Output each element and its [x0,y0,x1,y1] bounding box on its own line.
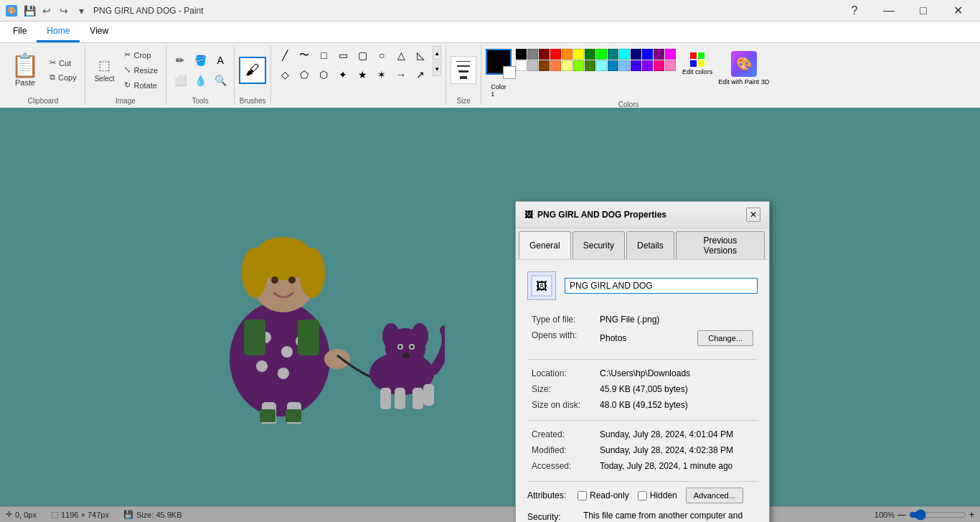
copy-button[interactable]: ⧉ Copy [46,70,80,84]
tab-security[interactable]: Security [573,231,625,259]
tab-general[interactable]: General [519,231,571,259]
help-btn[interactable]: ? [838,0,871,22]
color-swatch[interactable] [539,49,550,60]
color-swatch[interactable] [573,60,584,71]
security-label: Security: [527,512,578,522]
shape-star5[interactable]: ★ [353,65,372,84]
dialog-body: 🖼 Type of file: PNG File (.png) Opens wi… [516,260,769,522]
undo-quick-btn[interactable]: ↩ [39,3,55,19]
close-btn[interactable]: ✕ [941,0,974,22]
color-swatch[interactable] [631,60,641,71]
color1-selector[interactable] [486,49,512,75]
color-swatch[interactable] [573,49,584,60]
shape-ellipse[interactable]: ○ [372,46,391,65]
color-swatch[interactable] [562,60,573,71]
shapes-scroll-up[interactable]: ▲ [433,46,441,60]
tab-previous-versions[interactable]: Previous Versions [676,231,765,259]
shape-star6[interactable]: ✶ [372,65,391,84]
color-swatch[interactable] [654,49,664,60]
file-name-input[interactable] [565,278,758,294]
resize-button[interactable]: ⤡ Resize [121,63,161,77]
hidden-checkbox[interactable] [638,491,647,500]
color-swatch[interactable] [596,49,607,60]
shape-star4[interactable]: ✦ [334,65,352,84]
dialog-close-button[interactable]: ✕ [746,208,760,222]
color-swatch[interactable] [608,60,618,71]
title-bar-controls: ? — □ ✕ [838,0,974,22]
colors-group: Color1 [481,46,776,105]
color-swatch[interactable] [619,49,630,60]
color-swatch[interactable] [562,49,573,60]
readonly-checkbox[interactable] [578,491,587,500]
location-value: C:\Users\hp\Downloads [595,365,758,381]
title-bar-left: 🎨 💾 ↩ ↪ ▾ PNG GIRL AND DOG - Paint [6,3,204,19]
redo-quick-btn[interactable]: ↪ [56,3,72,19]
shape-arrow[interactable]: → [392,65,410,84]
color-swatch[interactable] [527,60,538,71]
maximize-btn[interactable]: □ [907,0,940,22]
shapes-group: ╱ 〜 □ ▭ ▢ ○ △ ◺ ◇ ⬠ ⬡ ✦ ★ ✶ → [271,46,446,105]
pencil-tool[interactable]: ✏ [171,51,189,70]
shape-pentagon[interactable]: ⬠ [295,65,314,84]
color-swatch[interactable] [654,60,664,71]
hidden-checkbox-label[interactable]: Hidden [638,490,677,500]
accessed-row: Accessed: Today, July 28, 2024, 1 minute… [527,458,758,474]
brushes-selector[interactable]: 🖌 [239,57,266,84]
brushes-group: 🖌 Brushes [235,46,271,105]
save-quick-btn[interactable]: 💾 [22,3,37,19]
color-swatch[interactable] [596,60,607,71]
shape-roundrect[interactable]: ▢ [353,46,372,65]
customize-quick-btn[interactable]: ▾ [73,3,89,19]
color-picker-tool[interactable]: 💧 [191,71,209,90]
color-swatch[interactable] [585,49,595,60]
shape-line[interactable]: ╱ [275,46,294,65]
crop-button[interactable]: ✂ Crop [121,48,161,62]
text-tool[interactable]: A [211,51,230,70]
minimize-btn[interactable]: — [872,0,905,22]
color-swatch[interactable] [550,49,561,60]
shape-hexagon[interactable]: ⬡ [314,65,333,84]
magnifier-tool[interactable]: 🔍 [211,71,230,90]
created-row: Created: Sunday, July 28, 2024, 4:01:04 … [527,427,758,442]
color-swatch[interactable] [619,60,630,71]
advanced-button[interactable]: Advanced... [686,488,743,503]
change-button[interactable]: Change... [697,330,753,346]
tab-view[interactable]: View [80,22,118,42]
shape-diamond[interactable]: ◇ [275,65,294,84]
select-button[interactable]: ⬚ Select [90,54,120,86]
shape-arrow2[interactable]: ↗ [411,65,430,84]
color-swatch[interactable] [516,49,527,60]
fill-tool[interactable]: 🪣 [191,51,209,70]
shape-rect2[interactable]: ▭ [334,46,352,65]
cut-button[interactable]: ✂ Cut [46,56,80,70]
shape-rect[interactable]: □ [314,46,333,65]
rotate-button[interactable]: ↻ Rotate [121,78,161,92]
eraser-tool[interactable]: ⬜ [171,71,189,90]
tab-home[interactable]: Home [37,22,80,42]
color-swatch[interactable] [516,60,527,71]
shape-triangle[interactable]: △ [392,46,410,65]
color-swatch[interactable] [631,49,641,60]
shapes-scroll-down[interactable]: ▼ [433,62,441,76]
color-swatch[interactable] [608,49,618,60]
color-swatch[interactable] [665,49,676,60]
dates-table: Created: Sunday, July 28, 2024, 4:01:04 … [527,427,758,474]
size-selector[interactable] [451,56,476,84]
shape-right-triangle[interactable]: ◺ [411,46,430,65]
color-swatch[interactable] [642,60,653,71]
tab-details[interactable]: Details [626,231,674,259]
size-on-disk-label: Size on disk: [527,397,595,413]
paste-button[interactable]: 📋 Paste [6,50,44,90]
color-swatch[interactable] [642,49,653,60]
tab-file[interactable]: File [3,22,37,42]
color-swatch[interactable] [527,49,538,60]
color-swatch[interactable] [585,60,595,71]
edit-colors-button[interactable]: Edit colors [680,49,715,78]
readonly-checkbox-label[interactable]: Read-only [578,490,629,500]
color-swatch[interactable] [550,60,561,71]
color-swatch[interactable] [539,60,550,71]
edit-paint3d-button[interactable]: 🎨 Edit with Paint 3D [716,49,771,88]
color-swatch[interactable] [665,60,676,71]
shape-curve[interactable]: 〜 [295,46,314,65]
accessed-value: Today, July 28, 2024, 1 minute ago [595,458,758,474]
